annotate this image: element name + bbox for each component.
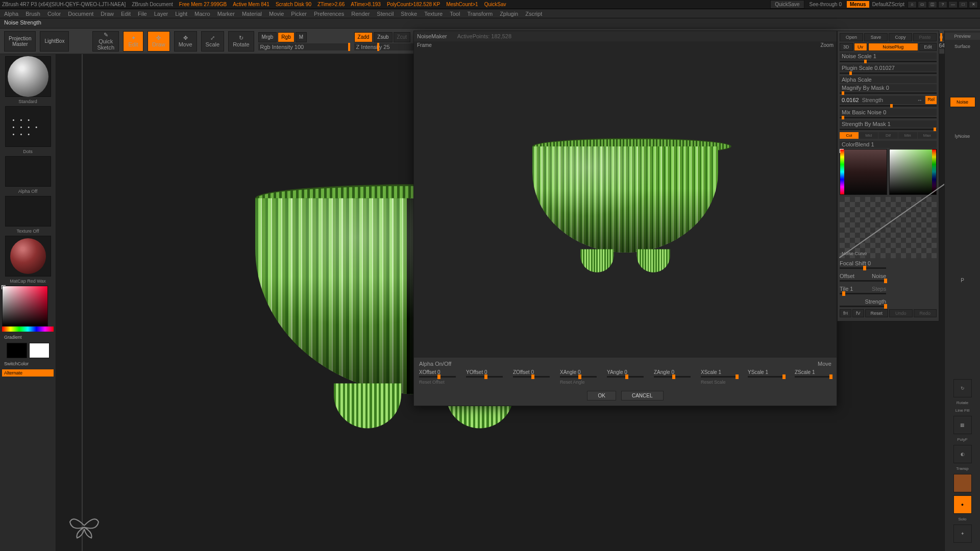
- fh-button[interactable]: fH: [840, 309, 851, 317]
- color-a-picker[interactable]: [840, 149, 887, 195]
- menu-preferences[interactable]: Preferences: [314, 11, 344, 17]
- edit-button-side[interactable]: Edit: [919, 43, 937, 51]
- mix-basic-noise-slider[interactable]: Mix Basic Noise 0: [840, 109, 937, 116]
- noise-preview-viewport[interactable]: Frame Zoom: [414, 41, 837, 358]
- applynoise-button[interactable]: lyNoise: [955, 134, 970, 139]
- curve-tile-slider[interactable]: Tile 1Steps: [840, 286, 886, 294]
- menu-marker[interactable]: Marker: [217, 11, 235, 17]
- xangle-slider[interactable]: XAngle 0: [560, 369, 597, 378]
- menu-material[interactable]: Material: [242, 11, 262, 17]
- surface-header[interactable]: Surface: [945, 43, 980, 50]
- noiseplug-button[interactable]: NoisePlug: [868, 43, 918, 51]
- rel-button[interactable]: Rel: [925, 96, 937, 104]
- gradient-button[interactable]: Gradient: [2, 334, 54, 341]
- mrgb-button[interactable]: Mrgb: [258, 32, 277, 42]
- menu-alpha[interactable]: Alpha: [4, 11, 18, 17]
- color-b-picker[interactable]: [889, 149, 937, 195]
- curve-strength-slider[interactable]: Strength: [840, 298, 886, 307]
- lightbox-button[interactable]: LightBox: [40, 31, 69, 52]
- undo-button[interactable]: Undo: [889, 309, 913, 317]
- menu-transform[interactable]: Transform: [467, 11, 493, 17]
- close-icon[interactable]: ✕: [969, 1, 978, 8]
- stroke-preview[interactable]: [5, 106, 51, 147]
- reset-scale-button[interactable]: Reset Scale: [701, 380, 831, 385]
- mode-max[interactable]: Max: [918, 132, 937, 139]
- yoffset-slider[interactable]: YOffset 0: [466, 369, 503, 378]
- reset-button[interactable]: Reset: [865, 309, 889, 317]
- zscale-slider[interactable]: ZScale 1: [795, 369, 831, 378]
- xpose-icon[interactable]: ✦: [953, 524, 972, 543]
- mode-mid[interactable]: Mid: [859, 132, 878, 139]
- color-picker[interactable]: [2, 286, 54, 332]
- menu-file[interactable]: File: [138, 11, 147, 17]
- menu-macro[interactable]: Macro: [194, 11, 210, 17]
- m-button[interactable]: M: [296, 32, 307, 42]
- copy-button[interactable]: Copy: [889, 33, 912, 41]
- projection-master-button[interactable]: Projection Master: [4, 31, 36, 52]
- menu-zscript[interactable]: Zscript: [525, 11, 542, 17]
- zoffset-slider[interactable]: ZOffset 0: [513, 369, 550, 378]
- menu-zplugin[interactable]: Zplugin: [500, 11, 518, 17]
- ok-button[interactable]: OK: [587, 391, 616, 400]
- yangle-slider[interactable]: YAngle 0: [607, 369, 644, 378]
- draw-button[interactable]: ✜Draw: [148, 31, 170, 52]
- xoffset-slider[interactable]: XOffset 0: [419, 369, 456, 378]
- uv-button[interactable]: Uv: [854, 43, 867, 51]
- alpha-preview[interactable]: [5, 156, 51, 187]
- help-icon[interactable]: ?: [938, 1, 947, 8]
- quicksketch-button[interactable]: ✎Quick Sketch: [92, 31, 119, 52]
- hue-slider[interactable]: [2, 327, 54, 332]
- split-icon[interactable]: ◫: [928, 1, 937, 8]
- noise-curve-editor[interactable]: Noise Curve: [840, 197, 937, 258]
- yscale-slider[interactable]: YScale 1: [748, 369, 785, 378]
- brush-preview[interactable]: [5, 56, 51, 97]
- menu-color[interactable]: Color: [47, 11, 61, 17]
- colorblend-slider[interactable]: ColorBlend 1: [840, 141, 937, 148]
- transp-icon[interactable]: ◐: [953, 445, 972, 463]
- texture-preview[interactable]: [5, 196, 51, 227]
- menu-light[interactable]: Light: [175, 11, 187, 17]
- material-preview[interactable]: [5, 236, 51, 277]
- zoom-button[interactable]: Zoom: [820, 42, 834, 48]
- solo-icon[interactable]: ●: [953, 495, 972, 514]
- zsub-button[interactable]: Zsub: [374, 32, 392, 42]
- alpha-toggle[interactable]: Alpha On/Off: [419, 361, 451, 367]
- zadd-button[interactable]: Zadd: [354, 32, 373, 42]
- mode-min[interactable]: Min: [898, 132, 917, 139]
- rotate-rail-icon[interactable]: ↻: [953, 379, 972, 397]
- alternate-button[interactable]: Alternate: [2, 369, 54, 377]
- scale-button[interactable]: ⤢Scale: [201, 31, 225, 52]
- home-icon[interactable]: ⌂: [908, 1, 917, 8]
- rgb-button[interactable]: Rgb: [278, 32, 294, 42]
- menu-draw[interactable]: Draw: [101, 11, 114, 17]
- menu-picker[interactable]: Picker: [291, 11, 307, 17]
- cancel-button[interactable]: CANCEL: [621, 391, 664, 400]
- noise-button[interactable]: Noise: [950, 97, 975, 107]
- noise-scale-slider[interactable]: Noise Scale 1: [840, 53, 937, 60]
- menu-brush[interactable]: Brush: [26, 11, 40, 17]
- mode-dif[interactable]: Dif: [878, 132, 897, 139]
- edit-button[interactable]: ✦Edit: [123, 31, 143, 52]
- rgb-intensity-slider[interactable]: Rgb Intensity 100: [258, 43, 350, 51]
- rotate-button[interactable]: ↻Rotate: [228, 31, 254, 52]
- secondary-color[interactable]: [7, 343, 27, 358]
- menu-stencil[interactable]: Stencil: [377, 11, 394, 17]
- menu-edit[interactable]: Edit: [121, 11, 131, 17]
- magnify-mask-slider[interactable]: Magnify By Mask 0: [840, 84, 937, 91]
- frame-button[interactable]: Frame: [417, 42, 432, 48]
- menu-document[interactable]: Document: [68, 11, 93, 17]
- paste-button[interactable]: Paste: [913, 33, 937, 41]
- reset-angle-button[interactable]: Reset Angle: [560, 380, 691, 385]
- menu-layer[interactable]: Layer: [154, 11, 168, 17]
- curve-offset-slider[interactable]: OffsetNoise: [840, 273, 886, 282]
- move-button[interactable]: ✥Move: [174, 31, 197, 52]
- strength-slider[interactable]: 0.0162Strength↔: [840, 96, 924, 104]
- preview-header[interactable]: Preview: [945, 33, 980, 40]
- menu-stroke[interactable]: Stroke: [401, 11, 417, 17]
- menu-texture[interactable]: Texture: [424, 11, 443, 17]
- reset-offset-button[interactable]: Reset Offset: [419, 380, 550, 385]
- open-button[interactable]: Open: [840, 33, 863, 41]
- p-button[interactable]: P: [961, 278, 964, 283]
- xscale-slider[interactable]: XScale 1: [701, 369, 738, 378]
- maximize-icon[interactable]: □: [959, 1, 968, 8]
